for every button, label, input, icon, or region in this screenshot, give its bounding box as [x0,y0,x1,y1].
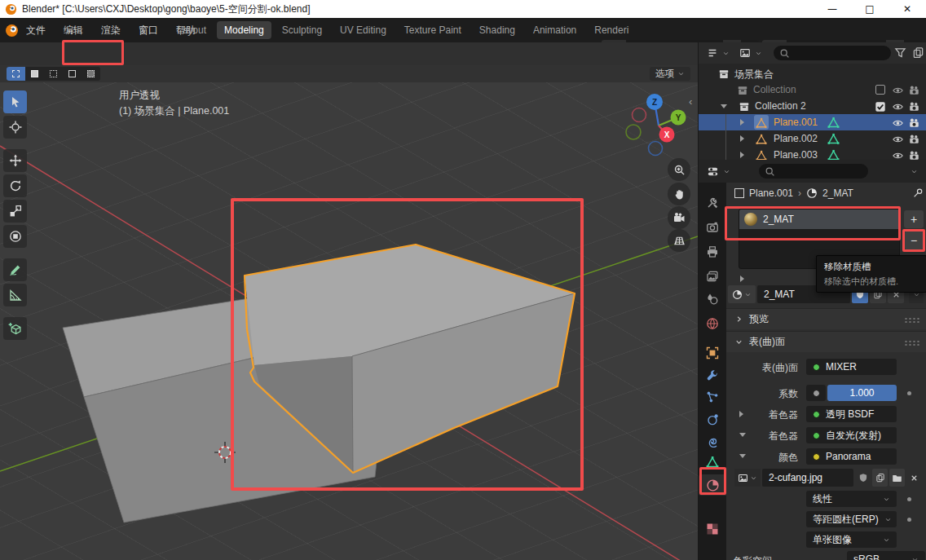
pan-view-button[interactable] [668,183,690,205]
gizmo-neg-z-ball[interactable] [649,142,663,156]
select-intersect-button[interactable] [82,67,100,81]
workspace-tab-rendering[interactable]: Renderi [587,21,636,39]
outliner-row-plane-001[interactable]: Plane.001 [699,114,926,130]
tab-world[interactable] [699,313,726,334]
shader2-button[interactable]: 自发光(发射) [806,427,897,443]
exclude-checkbox-unchecked[interactable] [875,85,885,95]
panel-surface-header[interactable]: 表(曲)面 [726,331,926,352]
workspace-tab-animation[interactable]: Animation [526,21,584,39]
animate-dot-icon[interactable] [907,518,911,522]
image-name-field[interactable]: 2-cufang.jpg [762,469,853,487]
orthographic-toggle-button[interactable] [668,229,690,252]
open-image-button[interactable] [889,469,905,487]
factor-socket-button[interactable] [806,385,826,401]
browse-material-button[interactable] [728,285,756,303]
measure-tool[interactable] [3,284,27,306]
tab-view-layer[interactable] [699,266,726,287]
expand-arrow-icon[interactable] [740,135,744,142]
properties-search-input[interactable] [759,164,868,179]
menu-window[interactable]: 窗口 [139,24,158,37]
outliner-row-collection-2[interactable]: Collection 2 [699,98,926,114]
cursor-tool[interactable] [3,116,27,139]
close-button[interactable]: ✕ [889,0,926,18]
select-new-button[interactable] [7,67,25,81]
annotate-tool[interactable] [3,258,27,281]
zoom-view-button[interactable] [668,158,690,181]
expand-arrow-icon[interactable] [740,119,744,126]
workspace-tab-shading[interactable]: Shading [472,21,523,39]
add-material-slot-button[interactable]: + [904,210,924,228]
outliner-filter-button[interactable] [894,46,906,59]
drag-grip-icon[interactable] [904,340,920,346]
tab-physics[interactable] [699,409,726,430]
move-tool[interactable] [3,149,27,172]
select-box-tool[interactable] [3,90,27,113]
options-dropdown[interactable]: 选项 [650,67,690,81]
eye-icon[interactable] [892,84,904,96]
new-collection-button[interactable] [912,46,924,59]
exclude-checkbox-checked[interactable] [875,100,886,112]
slot-specials-arrow-icon[interactable] [740,276,744,282]
animate-dot-icon[interactable] [907,391,911,395]
workspace-tab-layout[interactable]: Layout [170,21,214,39]
blender-app-icon[interactable] [5,24,19,37]
select-subtract-button[interactable] [44,67,63,81]
properties-editor-type-button[interactable] [702,163,735,179]
menu-render[interactable]: 渲染 [101,24,121,37]
eye-icon[interactable] [892,133,904,145]
colorspace-dropdown[interactable]: sRGB [847,551,925,560]
tab-texture[interactable] [699,518,726,540]
image-fake-user-button[interactable] [855,469,871,487]
eye-icon[interactable] [892,117,904,129]
tab-render[interactable] [699,217,726,238]
menu-edit[interactable]: 编辑 [64,24,83,37]
shader1-button[interactable]: 透明 BSDF [806,406,897,422]
expand-arrow-icon[interactable] [740,152,744,158]
maximize-button[interactable]: □ [851,0,889,18]
workspace-tab-modeling[interactable]: Modeling [217,21,271,39]
tab-tool[interactable] [699,192,726,214]
navigation-gizmo[interactable]: Z Y X [626,94,686,156]
transform-tool[interactable] [3,225,27,248]
sidebar-collapse-arrow[interactable]: ‹ [689,95,692,108]
tab-output[interactable] [699,241,726,262]
camera-visibility-icon[interactable] [908,133,920,145]
unlink-image-button[interactable] [906,469,922,487]
pin-icon[interactable] [912,187,924,199]
outliner-row-collection[interactable]: Collection [699,82,926,98]
breadcrumb-object[interactable]: Plane.001 [749,187,793,199]
camera-visibility-icon[interactable] [908,117,920,129]
gizmo-neg-y-ball[interactable] [626,125,641,139]
browse-image-button[interactable] [734,469,761,487]
factor-slider[interactable]: 1.000 [827,385,897,401]
breadcrumb-material[interactable]: 2_MAT [822,187,853,199]
workspace-tab-texture-paint[interactable]: Texture Paint [397,21,469,39]
workspace-tab-sculpting[interactable]: Sculpting [275,21,329,39]
tab-scene[interactable] [699,289,726,310]
outliner-editor-type-button[interactable] [702,45,734,61]
camera-view-button[interactable] [668,206,690,229]
outliner-search-input[interactable] [774,46,891,60]
viewport-3d[interactable]: Z Y X 用户透视 (1) 场景集合 | Plane.001 [0,82,698,560]
camera-visibility-icon[interactable] [908,100,920,112]
tab-particles[interactable] [699,386,726,408]
chevron-down-icon[interactable] [911,168,918,175]
rotate-tool[interactable] [3,174,27,197]
tab-constraints[interactable] [699,430,726,452]
outliner-row-plane-002[interactable]: Plane.002 [699,130,926,147]
tab-modifiers[interactable] [699,365,726,386]
outliner-row-scene-collection[interactable]: 场景集合 [699,65,926,82]
color-source-button[interactable]: Panorama [806,448,897,465]
drag-grip-icon[interactable] [904,317,920,323]
animate-dot-icon[interactable] [907,497,911,501]
workspace-tab-uv-editing[interactable]: UV Editing [333,21,394,39]
minimize-button[interactable]: — [814,0,851,18]
select-extend-button[interactable] [25,67,44,81]
scale-tool[interactable] [3,200,27,223]
tab-object[interactable] [699,342,726,364]
menu-file[interactable]: 文件 [26,24,46,37]
expand-arrow-icon[interactable] [721,104,727,108]
eye-icon[interactable] [892,100,904,112]
source-dropdown[interactable]: 单张图像 [806,531,897,548]
gizmo-neg-x-ball[interactable] [633,108,646,122]
